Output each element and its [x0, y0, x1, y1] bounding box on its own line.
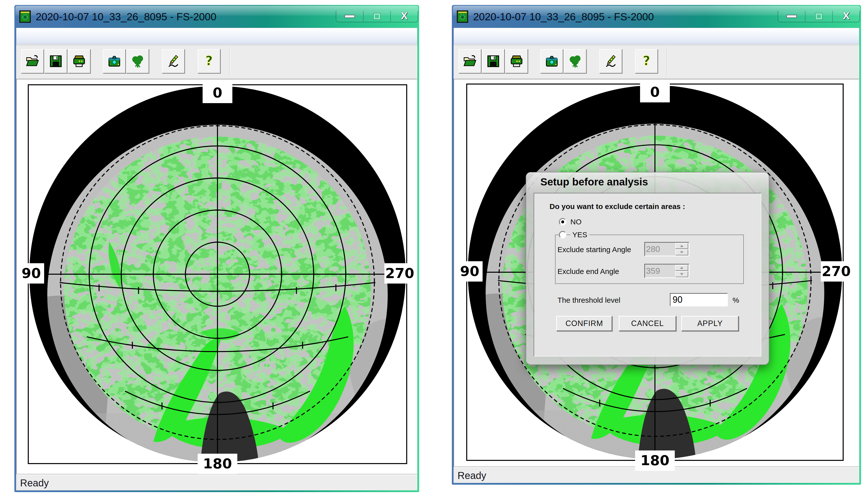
menu-strip	[453, 28, 859, 44]
spin-up-button[interactable]	[675, 265, 688, 271]
status-bar: Ready	[16, 475, 417, 490]
tree-button[interactable]	[564, 49, 587, 73]
exclude-end-input[interactable]	[646, 265, 674, 276]
dialog-title: Setup before analysis	[540, 176, 648, 188]
app-icon	[19, 10, 31, 23]
app-icon	[457, 10, 468, 23]
capture-icon	[545, 54, 559, 68]
angle-label-270: 270	[821, 261, 852, 282]
confirm-button[interactable]: CONFIRM	[556, 316, 612, 331]
save-button[interactable]	[482, 49, 505, 73]
threshold-unit-label: %	[733, 296, 739, 304]
spin-down-button[interactable]	[675, 249, 688, 255]
window-title: 2020-10-07 10_33_26_8095 - FS-2000	[473, 11, 654, 23]
help-icon	[639, 54, 654, 68]
title-bar[interactable]: 2020-10-07 10_33_26_8095 - FS-2000 X	[452, 5, 861, 28]
open-icon	[463, 54, 477, 68]
capture-button[interactable]	[103, 49, 126, 73]
print-button[interactable]	[68, 49, 90, 73]
menu-strip	[16, 28, 417, 44]
minimize-icon	[786, 15, 797, 18]
radio-no[interactable]	[559, 218, 566, 226]
draw-icon	[604, 54, 618, 68]
angle-label-90: 90	[18, 263, 44, 284]
help-icon	[202, 54, 216, 68]
open-button[interactable]	[459, 49, 481, 73]
dialog-panel: Do you want to exclude certain areas : N…	[534, 193, 761, 356]
exclude-end-label: Exclude end Angle	[558, 267, 619, 276]
print-button[interactable]	[505, 49, 528, 73]
maximize-icon	[374, 13, 380, 19]
toolbar	[453, 44, 859, 79]
window-controls: X	[336, 11, 418, 22]
spin-up-button[interactable]	[675, 243, 688, 249]
title-bar[interactable]: 2020-10-07 10_33_26_8095 - FS-2000 X	[14, 5, 419, 28]
draw-icon	[166, 54, 180, 68]
fisheye-frame: 0 90 180 270	[28, 84, 407, 464]
toolbar-separator	[667, 47, 667, 76]
capture-button[interactable]	[540, 49, 563, 73]
print-icon	[509, 54, 524, 68]
status-text: Ready	[458, 470, 486, 481]
angle-label-0: 0	[203, 83, 233, 103]
threshold-input[interactable]	[670, 293, 728, 306]
maximize-button[interactable]	[805, 11, 833, 22]
draw-button[interactable]	[162, 49, 185, 73]
exclude-start-input[interactable]	[646, 243, 674, 255]
angle-label-90: 90	[457, 261, 483, 282]
radio-no-label: NO	[571, 218, 581, 226]
minimize-icon	[345, 15, 355, 18]
close-button[interactable]: X	[391, 11, 417, 22]
tree-button[interactable]	[126, 49, 149, 73]
minimize-button[interactable]	[336, 11, 364, 22]
open-icon	[25, 54, 40, 68]
setup-dialog: Setup before analysis Do you want to exc…	[526, 172, 769, 365]
angle-label-270: 270	[384, 263, 415, 284]
angle-label-0: 0	[640, 82, 670, 102]
apply-button[interactable]: APPLY	[681, 316, 739, 331]
capture-icon	[107, 54, 122, 68]
open-button[interactable]	[21, 49, 44, 73]
toolbar-separator	[229, 47, 230, 76]
toolbar	[16, 44, 417, 79]
window-title: 2020-10-07 10_33_26_8095 - FS-2000	[36, 11, 216, 23]
spin-down-button[interactable]	[675, 271, 688, 277]
angle-label-180: 180	[198, 454, 237, 474]
angle-label-180: 180	[635, 451, 675, 471]
radio-yes[interactable]	[559, 231, 566, 239]
window-body: 0 90 180 270 Ready	[16, 28, 417, 490]
window-controls: X	[778, 11, 860, 22]
image-view: 0 90 180 270	[16, 79, 417, 475]
help-button[interactable]	[198, 49, 221, 73]
exclude-start-label: Exclude starting Angle	[558, 245, 631, 254]
maximize-icon	[816, 13, 822, 19]
help-button[interactable]	[635, 49, 658, 73]
radio-yes-label: YES	[571, 230, 589, 239]
window-left: 2020-10-07 10_33_26_8095 - FS-2000 X 0 9…	[14, 5, 419, 492]
threshold-label: The threshold level	[558, 296, 620, 304]
close-icon: X	[833, 11, 860, 22]
draw-button[interactable]	[599, 49, 622, 73]
tree-icon	[568, 54, 582, 68]
minimize-button[interactable]	[778, 11, 805, 22]
save-icon	[486, 54, 500, 68]
maximize-button[interactable]	[364, 11, 391, 22]
status-text: Ready	[20, 478, 49, 489]
close-button[interactable]: X	[833, 11, 860, 22]
save-icon	[49, 54, 63, 68]
cancel-button[interactable]: CANCEL	[619, 316, 676, 331]
exclude-start-spinner	[644, 242, 689, 256]
fisheye-image[interactable]	[29, 85, 406, 463]
close-icon: X	[391, 11, 417, 22]
print-icon	[72, 54, 86, 68]
save-button[interactable]	[45, 49, 67, 73]
tree-icon	[130, 54, 145, 68]
exclude-end-spinner	[644, 264, 689, 278]
exclude-question-label: Do you want to exclude certain areas :	[550, 202, 685, 211]
